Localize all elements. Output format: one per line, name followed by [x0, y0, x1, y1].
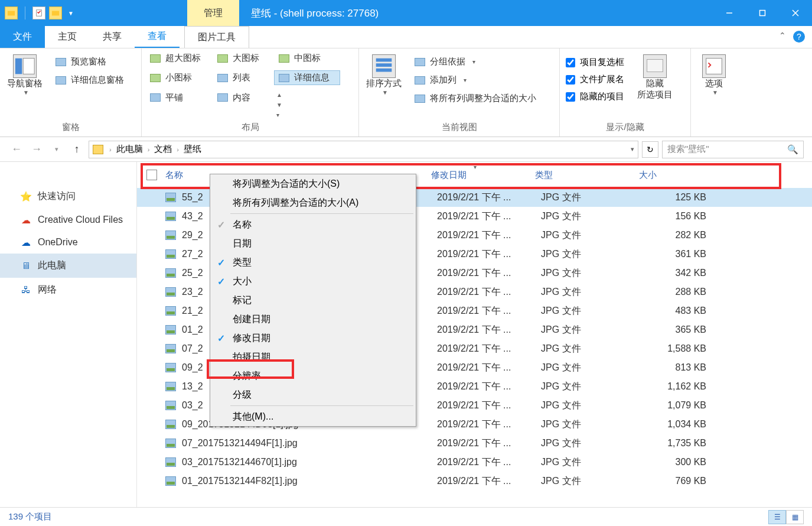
file-name: 03_20175132144670[1].jpg — [182, 457, 437, 467]
layout-scroll-down-icon[interactable]: ▼ — [276, 102, 285, 108]
layout-content[interactable]: 内容 — [213, 90, 272, 105]
properties-icon[interactable] — [32, 7, 45, 20]
column-size[interactable]: 大小 — [639, 170, 705, 181]
options-button[interactable]: 选项 ▼ — [694, 51, 733, 96]
size-all-icon — [415, 95, 425, 103]
cm-type[interactable]: ✓类型 — [210, 253, 416, 272]
options-icon — [702, 54, 726, 78]
preview-pane-label: 预览窗格 — [71, 56, 106, 67]
chevron-right-icon[interactable]: › — [109, 146, 112, 153]
window-controls — [713, 0, 812, 26]
file-date: 2019/2/21 下午 ... — [437, 324, 541, 336]
cm-created[interactable]: 创建日期 — [210, 310, 416, 329]
file-row[interactable]: 07_2017513214494F[1].jpg2019/2/21 下午 ...… — [137, 434, 812, 453]
folder-icon[interactable] — [5, 7, 18, 20]
layout-scroll-up-icon[interactable]: ▲ — [276, 92, 285, 98]
layout-large[interactable]: 大图标 — [213, 51, 272, 66]
ribbon-group-options: 选项 ▼ — [691, 48, 737, 137]
details-pane-button[interactable]: 详细信息窗格 — [51, 73, 129, 87]
layout-details[interactable]: 详细信息 — [274, 70, 340, 85]
file-ext-toggle[interactable]: 文件扩展名 — [563, 72, 627, 87]
file-row[interactable]: 03_20175132144670[1].jpg2019/2/21 下午 ...… — [137, 453, 812, 472]
sidebar-item-quick-access[interactable]: ⭐快速访问 — [0, 184, 136, 209]
context-tab-manage[interactable]: 管理 — [187, 0, 239, 26]
cm-taken[interactable]: 拍摄日期 — [210, 348, 416, 366]
qat-customize-arrow[interactable]: ▼ — [66, 10, 76, 17]
extra-large-icon — [150, 54, 161, 63]
refresh-button[interactable]: ↻ — [642, 141, 658, 158]
hidden-items-toggle[interactable]: 隐藏的项目 — [563, 89, 627, 105]
nav-pane-button[interactable]: 导航窗格 ▼ — [4, 51, 46, 96]
file-size: 300 KB — [645, 457, 711, 467]
cm-modified[interactable]: ✓修改日期 — [210, 329, 416, 348]
file-date: 2019/2/21 下午 ... — [437, 248, 541, 261]
sidebar-item-creative-cloud[interactable]: ☁Creative Cloud Files — [0, 209, 136, 231]
group-by-button[interactable]: 分组依据▾ — [410, 54, 541, 69]
file-type: JPG 文件 — [541, 456, 645, 469]
new-folder-icon[interactable] — [49, 7, 62, 20]
view-details-button[interactable]: ☰ — [768, 510, 786, 524]
up-button[interactable]: ↑ — [69, 141, 85, 158]
file-type: JPG 文件 — [541, 248, 645, 261]
layout-more-icon[interactable]: ▾ — [276, 112, 285, 118]
maximize-button[interactable] — [746, 0, 779, 26]
chevron-right-icon[interactable]: › — [148, 146, 150, 153]
cm-tags[interactable]: 标记 — [210, 291, 416, 310]
search-input[interactable]: 搜索"壁纸" 🔍 — [662, 141, 804, 158]
layout-tiles[interactable]: 平铺 — [145, 90, 210, 105]
column-type[interactable]: 类型 — [535, 170, 639, 181]
forward-button[interactable]: → — [28, 141, 45, 158]
crumb-wallpaper[interactable]: 壁纸 — [181, 144, 204, 155]
sidebar-item-network[interactable]: 🖧网络 — [0, 278, 136, 302]
collapse-ribbon-icon[interactable]: ⌃ — [779, 31, 786, 40]
breadcrumb-dropdown-icon[interactable]: ▾ — [631, 145, 634, 153]
cm-resolution[interactable]: 分辨率 — [210, 366, 416, 385]
select-all-checkbox[interactable] — [146, 170, 157, 180]
recent-locations-button[interactable]: ▾ — [48, 141, 65, 158]
sort-by-button[interactable]: 排序方式 ▼ — [363, 51, 405, 96]
ribbon-group-panes: 导航窗格 ▼ 预览窗格 详细信息窗格 窗格 — [0, 48, 142, 137]
chevron-right-icon[interactable]: › — [177, 146, 179, 153]
tab-view[interactable]: 查看 — [135, 26, 180, 48]
breadcrumb[interactable]: › 此电脑 › 文档 › 壁纸 ▾ — [89, 141, 638, 158]
sidebar-item-this-pc[interactable]: 🖥此电脑 — [0, 254, 136, 278]
layout-list[interactable]: 列表 — [213, 70, 272, 85]
large-icon — [217, 54, 228, 63]
close-button[interactable] — [779, 0, 812, 26]
add-columns-button[interactable]: 添加列▾ — [410, 73, 541, 87]
hide-selected-button[interactable]: 隐藏 所选项目 — [631, 51, 679, 100]
layout-extra-large[interactable]: 超大图标 — [145, 51, 210, 66]
tab-file[interactable]: 文件 — [0, 26, 45, 48]
crumb-this-pc[interactable]: 此电脑 — [114, 144, 145, 155]
tab-home[interactable]: 主页 — [45, 26, 90, 48]
status-bar: 139 个项目 ☰ ▦ — [0, 507, 812, 526]
hide-selected-icon — [643, 54, 667, 78]
tab-share[interactable]: 共享 — [90, 26, 135, 48]
view-thumbnails-button[interactable]: ▦ — [786, 510, 804, 524]
tab-picture-tools[interactable]: 图片工具 — [184, 26, 249, 48]
cm-name[interactable]: ✓名称 — [210, 215, 416, 234]
cm-date[interactable]: 日期 — [210, 234, 416, 253]
cm-size-all-columns[interactable]: 将所有列调整为合适的大小(A) — [210, 193, 416, 212]
layout-small[interactable]: 小图标 — [145, 70, 210, 85]
cm-rating[interactable]: 分级 — [210, 385, 416, 404]
item-checkboxes-toggle[interactable]: 项目复选框 — [563, 54, 627, 70]
preview-pane-button[interactable]: 预览窗格 — [51, 54, 129, 69]
cm-more[interactable]: 其他(M)... — [210, 407, 416, 426]
size-all-columns-button[interactable]: 将所有列调整为合适的大小 — [410, 91, 541, 106]
file-row[interactable]: 01_20175132144F82[1].jpg2019/2/21 下午 ...… — [137, 472, 812, 491]
dropdown-arrow-icon: ▼ — [382, 89, 388, 96]
cm-size[interactable]: ✓大小 — [210, 272, 416, 291]
crumb-documents[interactable]: 文档 — [152, 144, 174, 155]
help-icon[interactable]: ? — [793, 31, 805, 43]
column-date[interactable]: 修改日期▾ — [431, 170, 535, 181]
cm-size-column[interactable]: 将列调整为合适的大小(S) — [210, 174, 416, 193]
layout-medium[interactable]: 中图标 — [274, 51, 333, 66]
sidebar-item-onedrive[interactable]: ☁OneDrive — [0, 231, 136, 254]
image-file-icon — [165, 325, 176, 335]
back-button[interactable]: ← — [8, 141, 25, 158]
file-date: 2019/2/21 下午 ... — [437, 267, 541, 280]
minimize-button[interactable] — [713, 0, 746, 26]
menu-separator — [230, 405, 413, 406]
file-type: JPG 文件 — [541, 229, 645, 242]
